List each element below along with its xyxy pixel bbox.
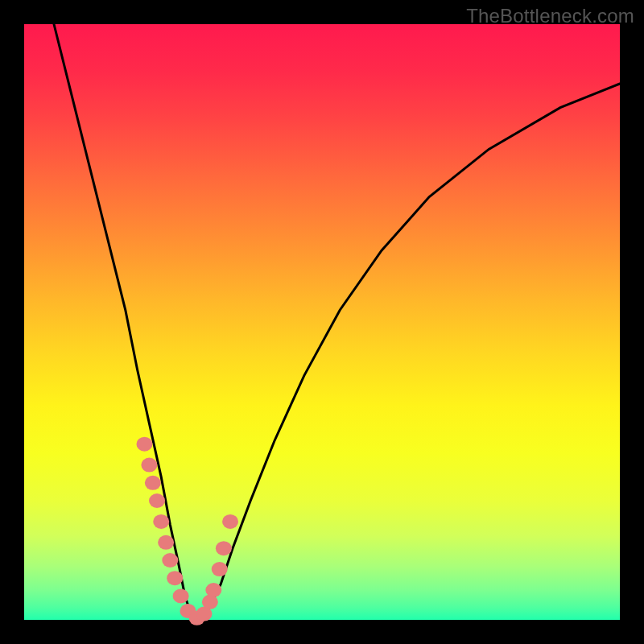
curve-svg bbox=[24, 24, 620, 620]
marker-point bbox=[173, 588, 189, 603]
marker-point bbox=[216, 541, 232, 555]
marker-point bbox=[167, 571, 183, 585]
highlight-markers bbox=[136, 437, 238, 625]
marker-point bbox=[149, 493, 165, 508]
plot-area bbox=[24, 24, 620, 620]
marker-point bbox=[205, 583, 221, 597]
marker-point bbox=[145, 476, 161, 490]
marker-point bbox=[222, 514, 238, 529]
marker-point bbox=[153, 514, 169, 529]
marker-point bbox=[162, 553, 178, 568]
marker-point bbox=[141, 458, 157, 473]
bottleneck-curve bbox=[54, 24, 620, 620]
watermark-text: TheBottleneck.com bbox=[466, 5, 634, 27]
marker-point bbox=[136, 437, 152, 452]
marker-point bbox=[158, 535, 174, 550]
marker-point bbox=[212, 562, 228, 576]
chart-frame: TheBottleneck.com bbox=[0, 0, 644, 644]
